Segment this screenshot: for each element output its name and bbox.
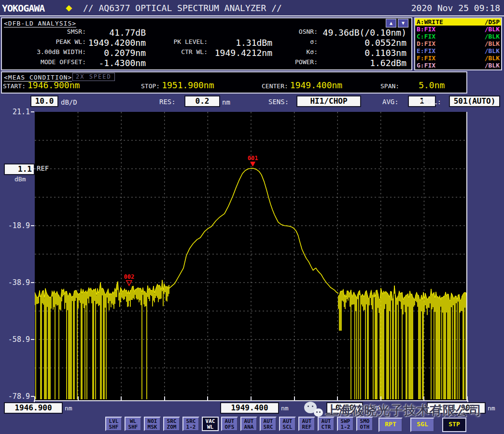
trace-legend-row: C:FIX/BLK <box>415 33 501 40</box>
analysis-label: σ: <box>272 38 319 48</box>
analysis-value: 1949.4212nm <box>209 48 272 58</box>
analysis-value: -1.4300nm <box>87 58 146 68</box>
meas-value: 1951.900nm <box>162 80 214 90</box>
analysis-value: 0.0552nm <box>319 38 406 48</box>
datetime: 2020 Nov 25 09:18 <box>411 3 500 13</box>
marker-001: 001 <box>248 155 258 167</box>
analysis-label: MODE OFFSET: <box>4 58 87 68</box>
trace-legend-row: G:FIX/BLK <box>415 62 501 69</box>
analysis-label: 3.00dB WIDTH: <box>4 48 87 58</box>
sensitivity-field[interactable]: HI1/CHOP <box>296 95 361 107</box>
ref-level-unit: dBm <box>14 176 26 183</box>
trace-name: E:FIX <box>417 47 435 54</box>
ref-level-field[interactable]: 1.1 <box>4 163 35 175</box>
meas-item: CENTER:1949.400nm <box>262 80 342 90</box>
analysis-label: PEAK WL: <box>4 38 87 48</box>
analysis-value: 1.62dBm <box>319 58 406 68</box>
start-wavelength-unit: nm <box>65 405 72 412</box>
y-axis-label: -78.9 <box>2 392 30 401</box>
trace-mode: /BLK <box>485 47 500 54</box>
x-tick <box>34 396 35 400</box>
softkey-lvl-shf[interactable]: LVLSHF <box>105 417 122 431</box>
softkey-noi-msk[interactable]: NOIMSK <box>144 417 161 431</box>
yokogawa-diamond-icon: ◆ <box>66 1 72 14</box>
softkey-src-1-2[interactable]: SRC1-2 <box>182 417 199 431</box>
trace-legend-panel: A:WRITE/DSPB:FIX/BLKC:FIX/BLKD:FIX/BLKE:… <box>414 17 502 70</box>
meas-label: STOP: <box>141 82 160 90</box>
y-axis-label: -38.9 <box>2 278 30 287</box>
analysis-value <box>209 58 272 68</box>
analysis-value: 1949.4200nm <box>87 38 146 48</box>
meas-value: 1949.400nm <box>290 80 342 90</box>
trace-mode: /BLK <box>485 54 500 62</box>
analysis-scroll-buttons: ▲ ▼ <box>386 19 408 27</box>
softkey-vac-wl[interactable]: VACWL <box>202 417 219 431</box>
level-scale-field[interactable]: 10.0 <box>30 95 58 107</box>
meas-value: 5.0nm <box>419 80 445 90</box>
y-tick <box>31 396 34 397</box>
scroll-up-icon[interactable]: ▲ <box>386 19 396 27</box>
softkey-aut-scl[interactable]: AUTSCL <box>279 417 296 431</box>
trace-mode: /BLK <box>485 26 500 33</box>
trace-a-envelope <box>169 168 338 294</box>
center-wavelength-field[interactable]: 1949.400 <box>220 402 279 414</box>
y-tick <box>31 111 34 112</box>
analysis-label: POWER: <box>272 58 319 68</box>
softkey-src-zom[interactable]: SRCZOM <box>163 417 180 431</box>
x-tick <box>121 396 122 400</box>
analysis-label: CTR WL: <box>146 48 209 58</box>
yokogawa-logo: YOKOGAWA <box>2 2 44 14</box>
plot-right-border <box>466 112 467 401</box>
avg-label: AVG: <box>382 98 399 106</box>
y-axis-label: 21.1 <box>2 108 30 116</box>
scroll-down-icon[interactable]: ▼ <box>398 19 408 27</box>
y-tick <box>31 339 34 340</box>
center-wavelength-unit: nm <box>281 405 289 412</box>
vendor-watermark: 上海筱晓光子技术有限公司 <box>303 399 502 421</box>
trace-name: G:FIX <box>417 62 435 69</box>
y-tick <box>31 282 34 283</box>
resolution-field[interactable]: 0.2 <box>184 95 220 107</box>
meas-item: START:1946.900nm <box>3 80 80 90</box>
res-unit: nm <box>222 98 230 106</box>
svg-text:002: 002 <box>124 273 134 280</box>
softkey-aut-ofs[interactable]: AUTOFS <box>221 417 238 431</box>
smpl-label: SMPL: <box>421 98 441 106</box>
analysis-value <box>209 28 272 38</box>
x-tick <box>294 396 295 400</box>
analysis-value: 0.2079nm <box>87 48 146 58</box>
res-label: RES: <box>159 98 176 106</box>
noise-band-right <box>338 285 467 399</box>
softkey-aut-src[interactable]: AUTSRC <box>260 417 277 431</box>
analysis-panel-title: <DFB-LD ANALYSIS> <box>4 20 76 27</box>
meas-item: STOP:1951.900nm <box>141 80 214 90</box>
trace-name: A:WRITE <box>417 18 443 26</box>
trace-name: C:FIX <box>417 33 435 40</box>
y-tick <box>31 168 34 169</box>
meas-label: CENTER: <box>262 82 288 90</box>
y-tick <box>31 225 34 226</box>
analysis-label <box>146 58 209 68</box>
trace-legend-row: D:FIX/BLK <box>415 40 501 47</box>
trace-legend-row: B:FIX/BLK <box>415 26 501 33</box>
y-axis-label: -18.9 <box>2 221 30 230</box>
meas-value: 1946.900nm <box>28 80 80 90</box>
softkey-wl-shf[interactable]: WLSHF <box>125 417 141 431</box>
trace-name: D:FIX <box>417 40 435 47</box>
watermark-text: 上海筱晓光子技术有限公司 <box>325 402 482 419</box>
analysis-label <box>146 28 209 38</box>
level-scale-unit: dB/D <box>61 98 77 106</box>
x-tick <box>207 396 208 400</box>
trace-mode: /BLK <box>485 33 500 40</box>
start-wavelength-field[interactable]: 1946.900 <box>4 402 63 414</box>
trace-legend-row: F:FIX/BLK <box>415 54 501 62</box>
ref-line-label: REF <box>37 164 49 172</box>
softkey-aut-ana[interactable]: AUTANA <box>240 417 257 431</box>
trace-name: F:FIX <box>417 54 435 62</box>
meas-values-row: START:1946.900nmSTOP:1951.900nmCENTER:19… <box>0 80 462 91</box>
analysis-value: 41.77dB <box>87 28 146 38</box>
sampling-field[interactable]: 501(AUTO) <box>449 95 500 107</box>
x-tick <box>78 396 79 400</box>
x-tick <box>251 396 252 400</box>
spectrum-plot: 001002 <box>35 112 467 400</box>
